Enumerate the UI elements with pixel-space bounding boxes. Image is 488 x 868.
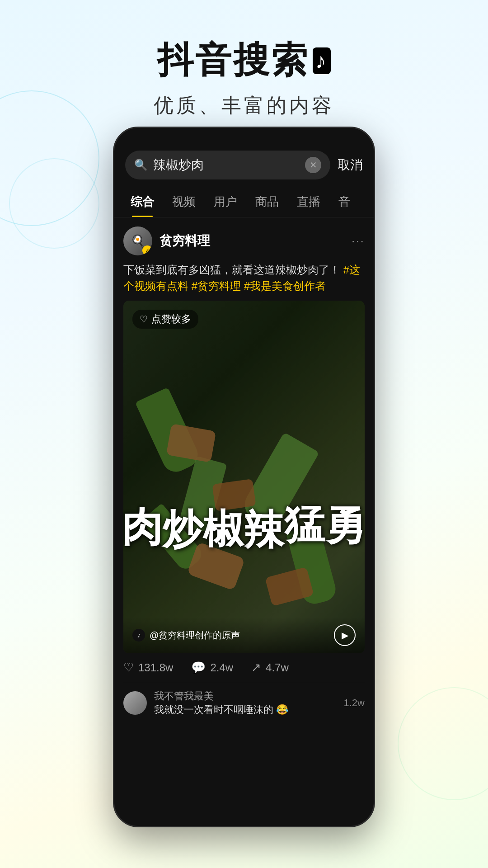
page-header: 抖音搜索 ♪ 优质、丰富的内容 [0, 0, 488, 137]
username: 贫穷料理 [160, 232, 210, 250]
search-input-box[interactable]: 🔍 辣椒炒肉 ✕ [125, 151, 330, 179]
comments-count: 2.4w [210, 661, 233, 674]
comment-icon-stat: 💬 [191, 660, 206, 675]
main-title: 抖音搜索 ♪ [0, 36, 488, 85]
search-query: 辣椒炒肉 [153, 156, 300, 174]
calligraphy-overlay: 勇猛辣椒炒肉 [123, 475, 365, 479]
shares-stat[interactable]: ↗ 4.7w [251, 660, 289, 675]
post-text-main: 下饭菜到底有多凶猛，就看这道辣椒炒肉了！ [123, 264, 340, 276]
comment-preview: 我不管我最美 我就没一次看时不咽唾沫的 😂 1.2w [123, 682, 365, 724]
tab-音乐[interactable]: 音 [329, 187, 359, 217]
clear-search-button[interactable]: ✕ [305, 157, 321, 173]
comment-content: 我不管我最美 我就没一次看时不咽唾沫的 😂 [154, 689, 337, 717]
audio-info: ♪ @贫穷料理创作的原声 [132, 629, 240, 642]
likes-badge: ♡ 点赞较多 [132, 310, 198, 329]
tab-直播[interactable]: 直播 [288, 187, 329, 217]
tabs-row: 综合 视频 用户 商品 直播 音 [114, 187, 374, 217]
likes-stat[interactable]: ♡ 131.8w [123, 660, 173, 675]
cancel-button[interactable]: 取消 [338, 156, 363, 174]
tab-视频[interactable]: 视频 [163, 187, 205, 217]
bg-decoration-circle-2 [9, 158, 99, 249]
user-card: 🍳 ✓ 贫穷料理 ··· [123, 226, 365, 255]
content-area: 🍳 ✓ 贫穷料理 ··· 下饭菜到底有多凶猛，就看这道辣椒炒肉了！ #这个视频有… [114, 217, 374, 724]
subtitle-text: 优质、丰富的内容 [0, 92, 488, 119]
video-bottom-bar: ♪ @贫穷料理创作的原声 ▶ [123, 617, 365, 653]
tab-用户[interactable]: 用户 [205, 187, 246, 217]
heart-icon: ♡ [140, 314, 148, 325]
commenter-avatar [123, 691, 147, 715]
tab-综合[interactable]: 综合 [122, 187, 163, 217]
more-options-button[interactable]: ··· [352, 234, 365, 248]
bg-decoration-circle-3 [398, 687, 488, 800]
search-icon: 🔍 [134, 159, 148, 171]
comment-text: 我就没一次看时不咽唾沫的 😂 [154, 703, 337, 717]
audio-text: @贫穷料理创作的原声 [150, 629, 240, 642]
badge-text: 点赞较多 [151, 312, 191, 326]
verified-badge: ✓ [142, 245, 152, 255]
tab-商品[interactable]: 商品 [246, 187, 288, 217]
phone-mockup: 🔍 辣椒炒肉 ✕ 取消 综合 视频 用户 商品 直播 音 🍳 ✓ 贫穷料理 [113, 127, 375, 827]
title-text: 抖音搜索 [157, 36, 309, 85]
tiktok-logo-badge: ♪ [313, 47, 331, 74]
video-background: 勇猛辣椒炒肉 [123, 301, 365, 653]
play-button[interactable]: ▶ [334, 624, 356, 646]
stats-row: ♡ 131.8w 💬 2.4w ↗ 4.7w [123, 653, 365, 682]
video-thumbnail[interactable]: 勇猛辣椒炒肉 ♡ 点赞较多 ♪ @贫穷料理创作的原声 ▶ [123, 301, 365, 653]
commenter-name: 我不管我最美 [154, 689, 337, 703]
phone-screen: 🔍 辣椒炒肉 ✕ 取消 综合 视频 用户 商品 直播 音 🍳 ✓ 贫穷料理 [114, 128, 374, 826]
shares-count: 4.7w [266, 661, 289, 674]
tiktok-d-icon: ♪ [132, 629, 145, 642]
search-bar-area: 🔍 辣椒炒肉 ✕ 取消 [114, 128, 374, 187]
comments-stat[interactable]: 💬 2.4w [191, 660, 233, 675]
share-icon-stat: ↗ [251, 660, 261, 675]
comment-likes-count: 1.2w [344, 697, 365, 709]
likes-count: 131.8w [138, 661, 173, 674]
post-description: 下饭菜到底有多凶猛，就看这道辣椒炒肉了！ #这个视频有点料 #贫穷料理 #我是美… [123, 262, 365, 294]
user-avatar: 🍳 ✓ [123, 226, 152, 255]
heart-icon-stat: ♡ [123, 660, 134, 675]
